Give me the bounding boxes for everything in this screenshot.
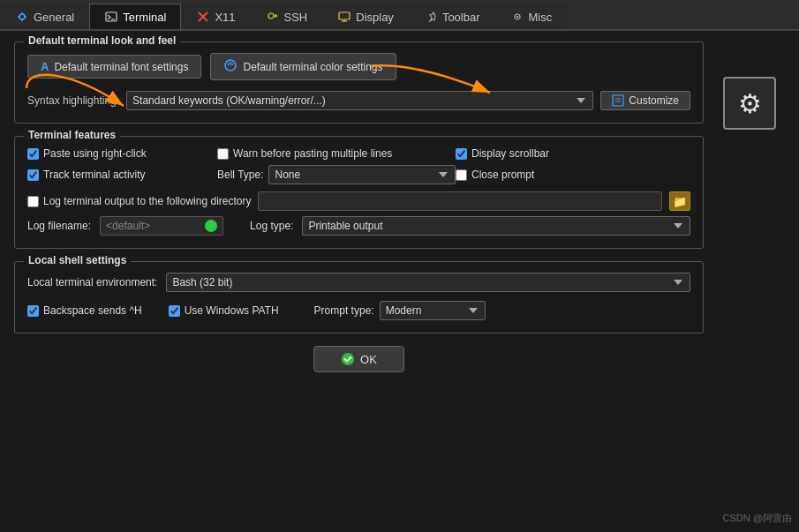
- folder-browse-button[interactable]: 📁: [669, 191, 690, 211]
- customize-label: Customize: [629, 94, 679, 107]
- backspace-label: Backspace sends ^H: [43, 304, 142, 317]
- look-and-feel-section: Default terminal look and feel A Default…: [14, 41, 704, 124]
- log-output-row: Log terminal output to the following dir…: [27, 191, 690, 211]
- tab-display[interactable]: Display: [322, 4, 409, 29]
- track-activity-checkbox[interactable]: Track terminal activity: [27, 169, 217, 181]
- paste-right-click-checkbox[interactable]: Paste using right-click: [27, 147, 217, 160]
- customize-button[interactable]: Customize: [600, 91, 690, 110]
- log-filename-row: Log filename: <default> Log type: Printa…: [27, 216, 690, 236]
- log-output-label: Log terminal output to the following dir…: [43, 195, 251, 207]
- svg-point-2: [21, 19, 23, 21]
- svg-point-19: [342, 353, 354, 365]
- log-output-checkbox[interactable]: Log terminal output to the following dir…: [27, 195, 251, 207]
- gear-icon-large: ⚙: [738, 88, 762, 119]
- color-settings-button[interactable]: Default terminal color settings: [210, 53, 396, 80]
- settings-icon-box: ⚙: [723, 77, 776, 130]
- tab-terminal[interactable]: Terminal: [89, 4, 181, 29]
- svg-point-4: [25, 16, 26, 18]
- tab-x11-label: X11: [215, 11, 235, 24]
- look-and-feel-legend: Default terminal look and feel: [24, 34, 180, 47]
- log-type-dropdown[interactable]: Printable output: [302, 216, 690, 236]
- watermark: CSDN @阿雷由: [723, 512, 792, 525]
- log-filename-label: Log filename:: [27, 220, 91, 232]
- features-legend: Terminal features: [24, 129, 120, 141]
- tab-bar: General Terminal X11 SSH Display Toolbar: [0, 0, 799, 31]
- tab-general-label: General: [34, 11, 74, 24]
- general-icon: [15, 10, 29, 24]
- terminal-icon: [104, 10, 118, 24]
- ok-button[interactable]: OK: [313, 346, 404, 372]
- syntax-label: Syntax highlighting:: [27, 94, 119, 107]
- right-panel: ⚙: [714, 41, 785, 372]
- svg-rect-16: [613, 95, 623, 106]
- display-scrollbar-checkbox[interactable]: Display scrollbar: [456, 147, 690, 160]
- close-prompt-checkbox[interactable]: Close prompt: [456, 169, 690, 181]
- prompt-type-row: Prompt type: Modern: [314, 301, 486, 320]
- track-label: Track terminal activity: [43, 169, 146, 181]
- warn-label: Warn before pasting multiple lines: [233, 147, 392, 160]
- look-and-feel-buttons: A Default terminal font settings Default…: [27, 53, 690, 80]
- svg-point-9: [268, 13, 274, 19]
- main-content: Default terminal look and feel A Default…: [0, 31, 799, 383]
- x11-icon: [196, 10, 210, 24]
- customize-icon: [612, 94, 624, 107]
- tab-misc-label: Misc: [529, 11, 553, 24]
- toolbar-icon: [424, 10, 438, 24]
- ssh-icon: [266, 10, 280, 24]
- log-dir-input[interactable]: [258, 191, 662, 211]
- color-btn-label: Default terminal color settings: [243, 61, 382, 73]
- warn-pasting-checkbox[interactable]: Warn before pasting multiple lines: [217, 147, 456, 160]
- svg-point-0: [19, 14, 25, 19]
- tab-toolbar-label: Toolbar: [442, 11, 480, 24]
- tab-ssh-label: SSH: [284, 11, 308, 24]
- log-filename-placeholder: <default>: [106, 220, 150, 232]
- tab-general[interactable]: General: [0, 4, 89, 29]
- local-shell-section: Local shell settings Local terminal envi…: [14, 261, 704, 333]
- tab-toolbar[interactable]: Toolbar: [409, 4, 495, 29]
- tab-display-label: Display: [356, 11, 394, 24]
- ok-label: OK: [360, 353, 377, 366]
- syntax-dropdown[interactable]: Standard keywords (OK/warning/error/...): [126, 91, 593, 110]
- windows-path-label: Use Windows PATH: [185, 304, 279, 317]
- status-indicator: [205, 220, 217, 232]
- prompt-type-dropdown[interactable]: Modern: [380, 301, 486, 320]
- scrollbar-label: Display scrollbar: [471, 147, 549, 160]
- local-shell-legend: Local shell settings: [24, 254, 131, 266]
- bell-type-label: Bell Type:: [217, 169, 263, 181]
- font-settings-button[interactable]: A Default terminal font settings: [27, 55, 201, 79]
- ok-check-icon: [341, 352, 355, 366]
- svg-rect-10: [339, 12, 350, 19]
- shell-row: Backspace sends ^H Use Windows PATH Prom…: [27, 301, 690, 320]
- terminal-features-section: Terminal features Paste using right-clic…: [14, 136, 704, 249]
- svg-point-1: [21, 12, 23, 14]
- folder-icon: 📁: [673, 195, 687, 208]
- paste-label: Paste using right-click: [43, 147, 147, 160]
- syntax-row: Syntax highlighting: Standard keywords (…: [27, 91, 690, 110]
- windows-path-checkbox[interactable]: Use Windows PATH: [169, 304, 279, 317]
- close-prompt-label: Close prompt: [471, 169, 534, 181]
- font-btn-label: Default terminal font settings: [54, 61, 188, 73]
- svg-point-14: [516, 16, 517, 18]
- prompt-type-label: Prompt type:: [314, 304, 374, 317]
- backspace-checkbox[interactable]: Backspace sends ^H: [27, 304, 142, 317]
- env-dropdown[interactable]: Bash (32 bit): [166, 273, 690, 292]
- color-icon: [223, 58, 237, 75]
- tab-terminal-label: Terminal: [123, 11, 166, 24]
- log-filename-field: <default>: [100, 216, 223, 236]
- tab-x11[interactable]: X11: [181, 4, 250, 29]
- tab-misc[interactable]: Misc: [495, 4, 568, 29]
- font-icon: A: [41, 60, 49, 73]
- ok-area: OK: [14, 346, 704, 372]
- tab-ssh[interactable]: SSH: [251, 4, 323, 29]
- misc-icon: [510, 10, 524, 24]
- env-row: Local terminal environment: Bash (32 bit…: [27, 273, 690, 292]
- bell-type-dropdown[interactable]: None: [268, 165, 456, 184]
- display-icon: [337, 10, 351, 24]
- log-type-label: Log type:: [250, 220, 293, 232]
- env-label: Local terminal environment:: [27, 276, 157, 288]
- left-panel: Default terminal look and feel A Default…: [14, 41, 704, 372]
- svg-point-3: [18, 16, 19, 18]
